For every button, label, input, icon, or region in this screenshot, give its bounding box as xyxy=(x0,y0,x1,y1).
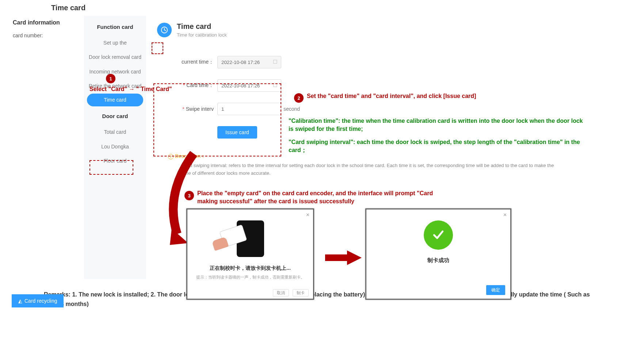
svg-rect-2 xyxy=(325,254,347,261)
recycle-icon: ◭ xyxy=(18,298,22,304)
card-info-heading: Card information xyxy=(13,19,84,26)
annotation-arrow-right xyxy=(325,249,362,267)
sidebar-item-timecard[interactable]: Time card xyxy=(87,94,143,107)
modal-cancel-button[interactable]: 取消 xyxy=(273,289,289,296)
modal-issuing: × 正在制校时卡，请放卡到发卡机上... 提示：当听到读卡器嘀的一声，制卡成功，… xyxy=(186,208,314,300)
card-recycling-button[interactable]: ◭Card recycling xyxy=(12,294,64,307)
modal-success-title: 制卡成功 xyxy=(366,257,510,264)
description-body: Card swiping interval: refers to the tim… xyxy=(168,162,563,177)
page-title: Time card xyxy=(177,22,227,31)
sidebar-item-total[interactable]: Total card xyxy=(87,125,143,140)
swipe-unit: second xyxy=(283,106,300,112)
modal-issuing-title: 正在制校时卡，请放卡到发卡机上... xyxy=(187,265,313,272)
card-reader-illustration xyxy=(237,220,264,257)
current-time-input xyxy=(217,56,281,68)
card-number-label: card number: xyxy=(13,33,84,38)
card-info-panel: Card information card number: xyxy=(0,16,84,279)
annotation-dashbox-form xyxy=(153,83,281,156)
page-subtitle: Time for calibration lock xyxy=(177,32,227,38)
sidebar-item-removal[interactable]: Door lock removal card xyxy=(87,50,143,65)
remarks-text: Remarks: 1. The new lock is installed; 2… xyxy=(0,279,644,323)
modal-issuing-hint: 提示：当听到读卡器嘀的一声，制卡成功，否则需重新刷卡。 xyxy=(187,275,313,280)
sidebar-item-retire[interactable]: Retire the network card xyxy=(87,79,143,94)
sidebar-item-setup[interactable]: Set up the xyxy=(87,36,143,50)
annotation-dashbox-timecard-nav xyxy=(89,160,133,175)
doc-title: Time card xyxy=(0,0,644,16)
svg-marker-3 xyxy=(347,250,362,265)
close-icon[interactable]: × xyxy=(503,212,507,218)
current-time-label: current time： xyxy=(168,59,217,65)
sidebar: Function card Set up the Door lock remov… xyxy=(84,16,146,279)
modal-ok-button[interactable]: 确定 xyxy=(486,285,505,295)
sidebar-item-lou[interactable]: Lou Dongka xyxy=(87,140,143,154)
annotation-dashbox-small xyxy=(152,42,163,54)
sidebar-group-function: Function card xyxy=(87,23,143,31)
success-check-icon xyxy=(424,220,453,250)
sidebar-group-door: Door card xyxy=(87,112,143,121)
sidebar-item-incoming[interactable]: Incoming network card xyxy=(87,65,143,79)
close-icon[interactable]: × xyxy=(306,212,309,218)
clock-icon xyxy=(157,23,172,37)
modal-success: × 制卡成功 确定 xyxy=(365,208,511,300)
modal-make-button[interactable]: 制卡 xyxy=(293,289,309,296)
